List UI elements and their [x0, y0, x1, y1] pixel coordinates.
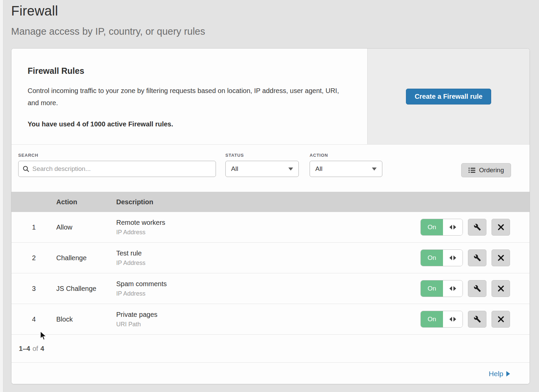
- drag-arrows-icon[interactable]: [443, 311, 463, 327]
- rule-description: Remote workers: [116, 219, 420, 227]
- wrench-icon: [474, 315, 481, 323]
- ordering-button-label: Ordering: [479, 167, 504, 174]
- card-top-section: Firewall Rules Control incoming traffic …: [11, 49, 530, 145]
- search-icon: [23, 165, 29, 172]
- action-selected-value: All: [315, 165, 322, 173]
- table-row: 4 Block Private pages URI Path On: [11, 304, 530, 335]
- pagination-total: 4: [40, 345, 44, 353]
- filters-bar: SEARCH STATUS All ACTION All: [11, 145, 530, 192]
- rule-action: Block: [56, 315, 116, 323]
- rule-controls: On: [420, 311, 510, 328]
- rules-table-header: Action Description: [11, 192, 530, 212]
- search-filter-group: SEARCH: [18, 153, 216, 177]
- toggle-on-label: On: [421, 250, 443, 266]
- status-filter-group: STATUS All: [225, 153, 299, 177]
- table-row: 2 Challenge Test rule IP Address On: [11, 243, 530, 273]
- card-description: Control incoming traffic to your zone by…: [28, 85, 351, 109]
- page-subtitle: Manage access by IP, country, or query r…: [11, 26, 205, 37]
- action-filter-group: ACTION All: [310, 153, 382, 177]
- drag-arrows-icon[interactable]: [443, 219, 463, 235]
- rule-enabled-toggle[interactable]: On: [420, 311, 463, 328]
- rule-action: Allow: [56, 223, 116, 231]
- toggle-on-label: On: [421, 219, 443, 235]
- edit-rule-button[interactable]: [468, 311, 486, 328]
- rule-controls: On: [420, 249, 510, 266]
- help-arrow-icon: [506, 371, 510, 376]
- wrench-icon: [474, 223, 481, 231]
- toggle-on-label: On: [421, 280, 443, 297]
- close-icon: [498, 224, 504, 231]
- delete-rule-button[interactable]: [492, 280, 510, 297]
- create-firewall-rule-button[interactable]: Create a Firewall rule: [406, 89, 491, 104]
- edit-rule-button[interactable]: [468, 249, 486, 266]
- delete-rule-button[interactable]: [492, 219, 510, 236]
- chevron-down-icon: [372, 168, 377, 171]
- description-column-header: Description: [116, 198, 530, 206]
- rule-enabled-toggle[interactable]: On: [420, 249, 463, 266]
- rule-priority: 2: [11, 254, 56, 262]
- status-selected-value: All: [231, 165, 238, 173]
- help-link[interactable]: Help: [489, 370, 510, 378]
- ordering-list-icon: [468, 167, 476, 174]
- status-select[interactable]: All: [225, 161, 299, 177]
- rule-action: JS Challenge: [56, 285, 116, 293]
- rule-controls: On: [420, 219, 510, 236]
- search-label: SEARCH: [18, 153, 216, 158]
- pagination-of: of: [32, 345, 38, 353]
- table-row: 1 Allow Remote workers IP Address On: [11, 212, 530, 243]
- help-link-label: Help: [489, 370, 503, 378]
- mouse-cursor: [40, 331, 49, 342]
- drag-arrows-icon[interactable]: [443, 280, 463, 297]
- rule-enabled-toggle[interactable]: On: [420, 280, 463, 297]
- page-header: Firewall Manage access by IP, country, o…: [11, 3, 205, 37]
- rule-description: Private pages: [116, 311, 420, 319]
- card-heading: Firewall Rules: [28, 66, 351, 76]
- action-select[interactable]: All: [310, 161, 382, 177]
- ordering-button[interactable]: Ordering: [461, 163, 511, 177]
- rule-match-type: IP Address: [116, 260, 420, 267]
- rule-match-type: URI Path: [116, 321, 420, 328]
- rule-description: Test rule: [116, 249, 420, 257]
- search-input[interactable]: [32, 165, 212, 173]
- rule-description-cell: Remote workers IP Address: [116, 219, 420, 236]
- page-title: Firewall: [11, 3, 205, 19]
- drag-arrows-icon[interactable]: [443, 250, 463, 266]
- rule-description-cell: Private pages URI Path: [116, 311, 420, 328]
- edit-rule-button[interactable]: [468, 280, 486, 297]
- pagination-range: 1–4: [19, 345, 30, 353]
- status-label: STATUS: [225, 153, 299, 158]
- rule-match-type: IP Address: [116, 229, 420, 236]
- delete-rule-button[interactable]: [492, 311, 510, 328]
- wrench-icon: [474, 254, 481, 262]
- card-info: Firewall Rules Control incoming traffic …: [11, 49, 367, 144]
- close-icon: [498, 254, 504, 261]
- rule-match-type: IP Address: [116, 290, 420, 297]
- card-usage-text: You have used 4 of 1000 active Firewall …: [28, 120, 351, 128]
- window-left-edge: [0, 0, 3, 392]
- action-column-header: Action: [56, 198, 116, 206]
- delete-rule-button[interactable]: [492, 249, 510, 266]
- rule-priority: 4: [11, 315, 56, 323]
- toggle-on-label: On: [421, 311, 443, 327]
- rule-priority: 3: [11, 285, 56, 293]
- rule-description-cell: Test rule IP Address: [116, 249, 420, 267]
- card-footer: Help: [11, 363, 530, 384]
- chevron-down-icon: [288, 168, 293, 171]
- edit-rule-button[interactable]: [468, 219, 486, 236]
- rule-description-cell: Spam comments IP Address: [116, 280, 420, 297]
- search-box[interactable]: [18, 161, 216, 177]
- close-icon: [498, 316, 504, 323]
- wrench-icon: [474, 285, 481, 292]
- pagination-bar: 1–4 of 4: [11, 335, 530, 363]
- rule-priority: 1: [11, 223, 56, 231]
- rule-action: Challenge: [56, 254, 116, 262]
- rule-controls: On: [420, 280, 510, 297]
- action-label: ACTION: [310, 153, 382, 158]
- rule-description: Spam comments: [116, 280, 420, 288]
- rule-enabled-toggle[interactable]: On: [420, 219, 463, 236]
- firewall-rules-card: Firewall Rules Control incoming traffic …: [11, 48, 530, 384]
- table-row: 3 JS Challenge Spam comments IP Address …: [11, 273, 530, 304]
- card-action-panel: Create a Firewall rule: [367, 49, 530, 144]
- close-icon: [498, 285, 504, 292]
